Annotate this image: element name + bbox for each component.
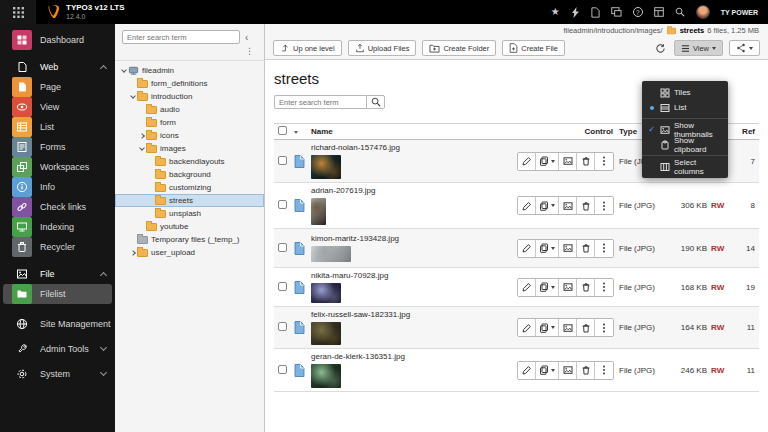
edit-metadata-button[interactable] <box>518 240 536 257</box>
edit-metadata-button[interactable] <box>518 197 536 214</box>
delete-button[interactable] <box>577 240 595 257</box>
clipboard-actions-button[interactable] <box>536 279 559 296</box>
preview-button[interactable] <box>559 362 577 379</box>
more-options-button[interactable] <box>595 240 613 257</box>
tree-node-form-definitions[interactable]: form_definitions <box>115 77 264 90</box>
username[interactable]: TY POWER <box>721 9 758 16</box>
tree-node-icons[interactable]: icons <box>115 129 264 142</box>
clipboard-actions-button[interactable] <box>536 362 559 379</box>
collapse-tree-icon[interactable]: ‹ <box>245 32 248 43</box>
refresh-button[interactable] <box>653 40 668 56</box>
file-name-link[interactable]: richard-nolan-157476.jpg <box>311 143 517 153</box>
preview-button[interactable] <box>559 197 577 214</box>
delete-button[interactable] <box>577 279 595 296</box>
file-references[interactable]: 14 <box>737 244 759 253</box>
row-checkbox[interactable] <box>278 243 287 252</box>
tree-node-fileadmin[interactable]: fileadmin <box>115 64 264 77</box>
tree-node-audio[interactable]: audio <box>115 103 264 116</box>
file-name-link[interactable]: geran-de-klerk-136351.jpg <box>311 352 517 362</box>
file-name-link[interactable]: kimon-maritz-193428.jpg <box>311 234 517 244</box>
edit-metadata-button[interactable] <box>518 362 536 379</box>
share-button[interactable] <box>729 40 760 56</box>
module-indexing[interactable]: Indexing <box>3 217 112 237</box>
bookmarks-icon[interactable]: ★ <box>551 7 560 17</box>
tree-node-user-upload[interactable]: user_upload <box>115 246 264 259</box>
document-icon[interactable] <box>591 7 600 18</box>
preview-button[interactable] <box>559 240 577 257</box>
module-recycler[interactable]: Recycler <box>3 237 112 257</box>
breadcrumb-current[interactable]: streets <box>680 26 705 35</box>
clipboard-actions-button[interactable] <box>536 240 559 257</box>
module-info[interactable]: Info <box>3 177 112 197</box>
file-name-link[interactable]: nikita-maru-70928.jpg <box>311 271 517 281</box>
row-checkbox[interactable] <box>278 156 287 165</box>
system-information-icon[interactable] <box>654 7 664 17</box>
clipboard-actions-button[interactable] <box>536 153 559 170</box>
file-references[interactable]: 7 <box>737 157 759 166</box>
file-thumbnail[interactable] <box>311 246 351 262</box>
module-menu-toggle-button[interactable] <box>0 0 36 24</box>
module-system[interactable]: System <box>3 361 112 386</box>
selection-dropdown-caret[interactable] <box>294 131 298 134</box>
file-thumbnail[interactable] <box>311 155 341 179</box>
module-filelist[interactable]: Filelist <box>3 284 112 304</box>
upload-files-button[interactable]: Upload Files <box>348 40 417 56</box>
module-check-links[interactable]: Check links <box>3 197 112 217</box>
delete-button[interactable] <box>577 153 595 170</box>
edit-metadata-button[interactable] <box>518 279 536 296</box>
preview-button[interactable] <box>559 319 577 336</box>
viewport-icon[interactable] <box>611 7 622 17</box>
tree-node-images[interactable]: images <box>115 142 264 155</box>
chevron-right-icon[interactable] <box>130 250 136 256</box>
file-name-link[interactable]: felix-russell-saw-182331.jpg <box>311 310 517 320</box>
file-name-link[interactable]: adrian-207619.jpg <box>311 186 517 196</box>
tree-node-backendlayouts[interactable]: backendlayouts <box>115 155 264 168</box>
user-avatar[interactable] <box>696 5 710 19</box>
more-options-button[interactable] <box>595 319 613 336</box>
more-options-button[interactable] <box>595 197 613 214</box>
module-group-file[interactable]: File <box>3 264 112 284</box>
delete-button[interactable] <box>577 319 595 336</box>
tree-node-streets[interactable]: streets <box>115 194 264 207</box>
tree-options-icon[interactable]: ⋮ <box>122 44 258 58</box>
tree-node-introduction[interactable]: introduction <box>115 90 264 103</box>
create-folder-button[interactable]: Create Folder <box>422 40 496 56</box>
column-header-name[interactable]: Name <box>311 127 517 136</box>
file-references[interactable]: 8 <box>737 201 759 210</box>
tree-node-unsplash[interactable]: unsplash <box>115 207 264 220</box>
row-checkbox[interactable] <box>278 365 287 374</box>
preview-button[interactable] <box>559 153 577 170</box>
up-one-level-button[interactable]: Up one level <box>273 40 342 56</box>
tree-search-input[interactable] <box>122 30 240 44</box>
more-options-button[interactable] <box>595 279 613 296</box>
breadcrumb-path[interactable]: fileadmin/introduction/images/ <box>563 26 662 35</box>
chevron-down-icon[interactable] <box>121 67 127 73</box>
file-references[interactable]: 19 <box>737 283 759 292</box>
select-all-checkbox[interactable] <box>278 126 287 135</box>
tree-node-customizing[interactable]: customizing <box>115 181 264 194</box>
module-group-web[interactable]: Web <box>3 57 112 77</box>
more-options-button[interactable] <box>595 153 613 170</box>
module-dashboard[interactable]: Dashboard <box>3 30 112 50</box>
tree-node-temp-files[interactable]: Temporary files (_temp_) <box>115 233 264 246</box>
file-thumbnail[interactable] <box>311 198 326 225</box>
clear-cache-icon[interactable] <box>571 7 580 18</box>
create-file-button[interactable]: Create File <box>502 40 565 56</box>
help-icon[interactable]: ? <box>633 7 643 17</box>
row-checkbox[interactable] <box>278 322 287 331</box>
module-forms[interactable]: Forms <box>3 137 112 157</box>
tree-node-background[interactable]: background <box>115 168 264 181</box>
menu-item-show-clipboard[interactable]: Show clipboard <box>642 137 728 152</box>
file-thumbnail[interactable] <box>311 364 341 388</box>
module-admin-tools[interactable]: Admin Tools <box>3 336 112 361</box>
file-thumbnail[interactable] <box>311 322 341 345</box>
clipboard-actions-button[interactable] <box>536 197 559 214</box>
menu-item-select-columns[interactable]: Select columns <box>642 159 728 174</box>
file-thumbnail[interactable] <box>311 283 341 303</box>
module-view[interactable]: View <box>3 97 112 117</box>
file-references[interactable]: 11 <box>737 323 759 332</box>
edit-metadata-button[interactable] <box>518 153 536 170</box>
file-references[interactable]: 11 <box>737 366 759 375</box>
module-list[interactable]: List <box>3 117 112 137</box>
edit-metadata-button[interactable] <box>518 319 536 336</box>
